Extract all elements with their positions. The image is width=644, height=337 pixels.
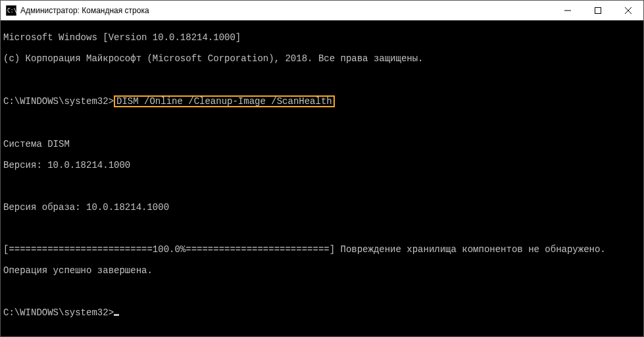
terminal-line	[3, 74, 641, 85]
highlighted-command: DISM /Online /Cleanup-Image /ScanHealth	[114, 95, 335, 107]
svg-text:C:\: C:\	[7, 8, 16, 14]
minimize-button[interactable]	[553, 1, 583, 20]
window-title: Администратор: Командная строка	[20, 6, 553, 15]
prompt: C:\WINDOWS\system32>	[3, 307, 114, 318]
close-button[interactable]	[613, 1, 643, 20]
terminal-line: C:\WINDOWS\system32>	[3, 307, 641, 318]
terminal-line: Cистема DISM	[3, 139, 641, 149]
terminal-line: Версия: 10.0.18214.1000	[3, 160, 641, 170]
terminal-line: Операция успешно завершена.	[3, 265, 641, 276]
terminal-line	[3, 118, 641, 128]
terminal-line: C:\WINDOWS\system32>DISM /Online /Cleanu…	[3, 95, 641, 107]
terminal-line: (c) Корпорация Майкрософт (Microsoft Cor…	[3, 53, 641, 64]
terminal-line: [==========================100.0%=======…	[3, 244, 641, 255]
terminal-line: Версия образа: 10.0.18214.1000	[3, 202, 641, 213]
terminal-line	[3, 181, 641, 192]
window-controls	[553, 1, 643, 20]
prompt: C:\WINDOWS\system32>	[3, 96, 114, 107]
terminal-line	[3, 223, 641, 234]
terminal-line: Microsoft Windows [Version 10.0.18214.10…	[3, 32, 641, 43]
cursor	[114, 314, 119, 316]
cmd-icon: C:\	[6, 5, 16, 16]
terminal-output[interactable]: Microsoft Windows [Version 10.0.18214.10…	[1, 20, 643, 336]
terminal-line	[3, 286, 641, 297]
titlebar[interactable]: C:\ Администратор: Командная строка	[1, 1, 643, 20]
maximize-button[interactable]	[583, 1, 613, 20]
command-prompt-window: C:\ Администратор: Командная строка Micr…	[0, 0, 644, 337]
svg-rect-3	[595, 7, 601, 13]
